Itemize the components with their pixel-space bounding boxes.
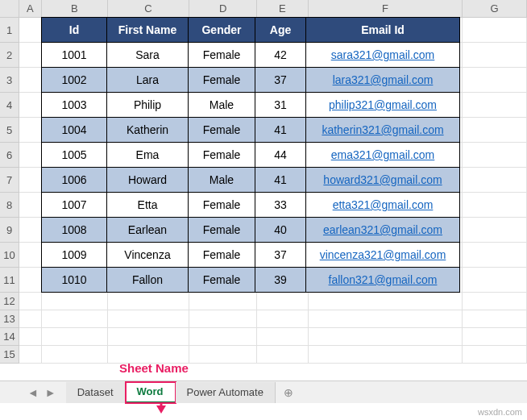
- cell-gender[interactable]: Female: [188, 242, 255, 268]
- email-link[interactable]: earlean321@gmail.com: [323, 223, 442, 236]
- annotation-sheet-name: Sheet Name: [119, 361, 189, 375]
- cell-email[interactable]: vincenza321@gmail.com: [305, 242, 460, 268]
- table-header-id[interactable]: Id: [41, 17, 107, 43]
- sheet-tab-bar: ◄ ► Dataset Word Power Automate ⊕: [0, 380, 527, 403]
- cell-first-name[interactable]: Vincenza: [106, 242, 189, 268]
- cell-age[interactable]: 41: [255, 117, 306, 143]
- tab-power-automate[interactable]: Power Automate: [176, 382, 276, 403]
- cell-id[interactable]: 1001: [41, 42, 107, 68]
- watermark: wsxdn.com: [478, 407, 522, 417]
- cell-id[interactable]: 1003: [41, 92, 107, 118]
- row-header-11[interactable]: 11: [0, 268, 19, 293]
- cell-email[interactable]: ema321@gmail.com: [305, 142, 460, 168]
- table-header-age[interactable]: Age: [255, 17, 306, 43]
- tab-dataset[interactable]: Dataset: [66, 382, 126, 403]
- cell-first-name[interactable]: Howard: [106, 167, 189, 193]
- email-link[interactable]: philip321@gmail.com: [329, 98, 437, 111]
- row-header-15[interactable]: 15: [0, 346, 19, 364]
- cell-email[interactable]: earlean321@gmail.com: [305, 217, 460, 243]
- row-header-6[interactable]: 6: [0, 143, 19, 168]
- cell-id[interactable]: 1010: [41, 267, 107, 293]
- cell-first-name[interactable]: Sara: [106, 42, 189, 68]
- row-header-12[interactable]: 12: [0, 293, 19, 310]
- cell-email[interactable]: katherin321@gmail.com: [305, 117, 460, 143]
- col-header-B[interactable]: B: [42, 0, 108, 18]
- cell-email[interactable]: philip321@gmail.com: [305, 92, 460, 118]
- cell-age[interactable]: 44: [255, 142, 306, 168]
- cell-gender[interactable]: Female: [188, 67, 255, 93]
- row-header-2[interactable]: 2: [0, 43, 19, 68]
- cell-first-name[interactable]: Etta: [106, 192, 189, 218]
- table-header-email[interactable]: Email Id: [305, 17, 460, 43]
- col-header-A[interactable]: A: [19, 0, 42, 18]
- tab-scroll-right-icon[interactable]: ►: [42, 386, 60, 399]
- cell-id[interactable]: 1007: [41, 192, 107, 218]
- cell-gender[interactable]: Female: [188, 192, 255, 218]
- cell-first-name[interactable]: Philip: [106, 92, 189, 118]
- col-header-D[interactable]: D: [189, 0, 257, 18]
- cell-gender[interactable]: Female: [188, 217, 255, 243]
- email-link[interactable]: vincenza321@gmail.com: [320, 248, 446, 261]
- new-sheet-icon[interactable]: ⊕: [276, 386, 301, 399]
- cell-age[interactable]: 37: [255, 242, 306, 268]
- email-link[interactable]: lara321@gmail.com: [333, 73, 434, 86]
- tab-word[interactable]: Word: [126, 382, 176, 403]
- row-header-5[interactable]: 5: [0, 118, 19, 143]
- cell-id[interactable]: 1009: [41, 242, 107, 268]
- email-link[interactable]: fallon321@gmail.com: [329, 273, 438, 286]
- cell-age[interactable]: 31: [255, 92, 306, 118]
- cell-id[interactable]: 1002: [41, 67, 107, 93]
- cell-first-name[interactable]: Ema: [106, 142, 189, 168]
- cell-id[interactable]: 1006: [41, 167, 107, 193]
- cell-first-name[interactable]: Katherin: [106, 117, 189, 143]
- table-header-first[interactable]: First Name: [106, 17, 189, 43]
- table-header-gender[interactable]: Gender: [188, 17, 255, 43]
- row-header-13[interactable]: 13: [0, 310, 19, 328]
- cell-id[interactable]: 1004: [41, 117, 107, 143]
- cell-age[interactable]: 39: [255, 267, 306, 293]
- cell-email[interactable]: lara321@gmail.com: [305, 67, 460, 93]
- cell-gender[interactable]: Female: [188, 267, 255, 293]
- row-header-3[interactable]: 3: [0, 68, 19, 93]
- select-all-corner[interactable]: [0, 0, 19, 18]
- cell-age[interactable]: 41: [255, 167, 306, 193]
- cell-gender[interactable]: Female: [188, 117, 255, 143]
- row-header-9[interactable]: 9: [0, 218, 19, 243]
- cell-id[interactable]: 1005: [41, 142, 107, 168]
- column-headers: A B C D E F G: [19, 0, 527, 18]
- cell-first-name[interactable]: Earlean: [106, 217, 189, 243]
- cell-gender[interactable]: Female: [188, 142, 255, 168]
- cell-gender[interactable]: Female: [188, 42, 255, 68]
- email-link[interactable]: howard321@gmail.com: [323, 173, 442, 186]
- col-header-F[interactable]: F: [309, 0, 463, 18]
- email-link[interactable]: sara321@gmail.com: [331, 48, 435, 61]
- svg-marker-1: [156, 405, 166, 414]
- cell-age[interactable]: 33: [255, 192, 306, 218]
- email-link[interactable]: katherin321@gmail.com: [322, 123, 443, 136]
- cell-email[interactable]: sara321@gmail.com: [305, 42, 460, 68]
- col-header-C[interactable]: C: [108, 0, 190, 18]
- cell-first-name[interactable]: Lara: [106, 67, 189, 93]
- cell-id[interactable]: 1008: [41, 217, 107, 243]
- cell-age[interactable]: 40: [255, 217, 306, 243]
- cell-age[interactable]: 42: [255, 42, 306, 68]
- cell-first-name[interactable]: Fallon: [106, 267, 189, 293]
- cell-email[interactable]: etta321@gmail.com: [305, 192, 460, 218]
- tab-scroll-left-icon[interactable]: ◄: [24, 386, 42, 399]
- email-link[interactable]: ema321@gmail.com: [331, 148, 435, 161]
- row-header-10[interactable]: 10: [0, 243, 19, 268]
- col-header-E[interactable]: E: [257, 0, 309, 18]
- row-header-4[interactable]: 4: [0, 93, 19, 118]
- cell-gender[interactable]: Male: [188, 92, 255, 118]
- row-header-7[interactable]: 7: [0, 168, 19, 193]
- cell-gender[interactable]: Male: [188, 167, 255, 193]
- row-header-8[interactable]: 8: [0, 193, 19, 218]
- cell-age[interactable]: 37: [255, 67, 306, 93]
- row-header-1[interactable]: 1: [0, 18, 19, 43]
- cell-email[interactable]: fallon321@gmail.com: [305, 267, 460, 293]
- row-header-14[interactable]: 14: [0, 328, 19, 346]
- col-header-G[interactable]: G: [463, 0, 527, 18]
- email-link[interactable]: etta321@gmail.com: [333, 198, 434, 211]
- cell-email[interactable]: howard321@gmail.com: [305, 167, 460, 193]
- data-table: Id First Name Gender Age Email Id 1001Sa…: [19, 18, 460, 293]
